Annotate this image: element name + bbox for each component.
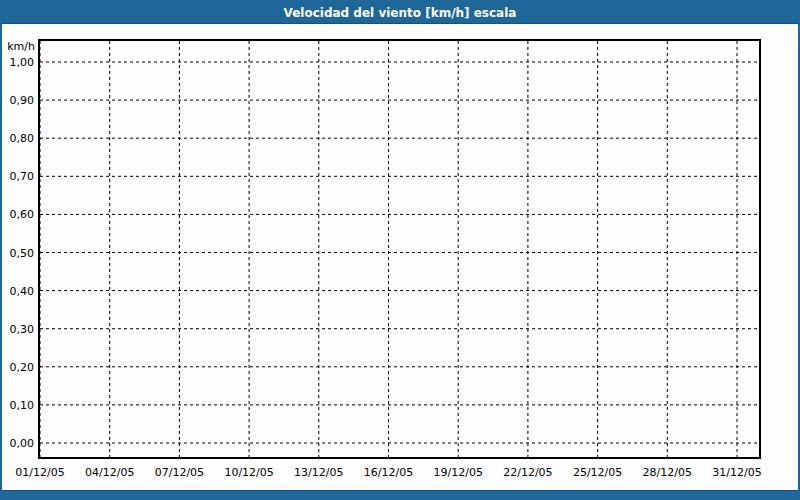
x-tick-label: 19/12/05 [433, 466, 482, 479]
x-tick-label: 04/12/05 [85, 466, 134, 479]
x-tick-label: 16/12/05 [364, 466, 413, 479]
y-axis-unit-label: km/h [7, 40, 35, 53]
chart-plot: 1,000,900,800,700,600,500,400,300,200,10… [2, 24, 798, 491]
y-tick-label: 0,90 [10, 94, 35, 107]
y-tick-label: 0,80 [10, 132, 35, 145]
y-tick-label: 0,40 [10, 285, 35, 298]
x-tick-label: 13/12/05 [294, 466, 343, 479]
title-bar: Velocidad del viento [km/h] escala [2, 2, 798, 24]
x-tick-label: 28/12/05 [643, 466, 692, 479]
y-tick-label: 0,50 [10, 247, 35, 260]
y-tick-label: 0,70 [10, 170, 35, 183]
chart-title: Velocidad del viento [km/h] escala [284, 6, 517, 20]
y-tick-label: 0,10 [10, 399, 35, 412]
y-tick-label: 0,60 [10, 208, 35, 221]
chart-window: Velocidad del viento [km/h] escala 1,000… [0, 0, 800, 500]
plot-border [39, 40, 760, 458]
y-tick-label: 0,00 [10, 437, 35, 450]
x-tick-label: 22/12/05 [503, 466, 552, 479]
bottom-bar [2, 490, 798, 498]
y-tick-label: 0,30 [10, 323, 35, 336]
y-tick-label: 0,20 [10, 361, 35, 374]
x-tick-label: 31/12/05 [712, 466, 761, 479]
y-tick-label: 1,00 [10, 56, 35, 69]
x-tick-label: 07/12/05 [155, 466, 204, 479]
x-tick-label: 25/12/05 [573, 466, 622, 479]
x-tick-label: 10/12/05 [224, 466, 273, 479]
x-tick-label: 01/12/05 [15, 466, 64, 479]
chart-area: 1,000,900,800,700,600,500,400,300,200,10… [2, 24, 798, 491]
